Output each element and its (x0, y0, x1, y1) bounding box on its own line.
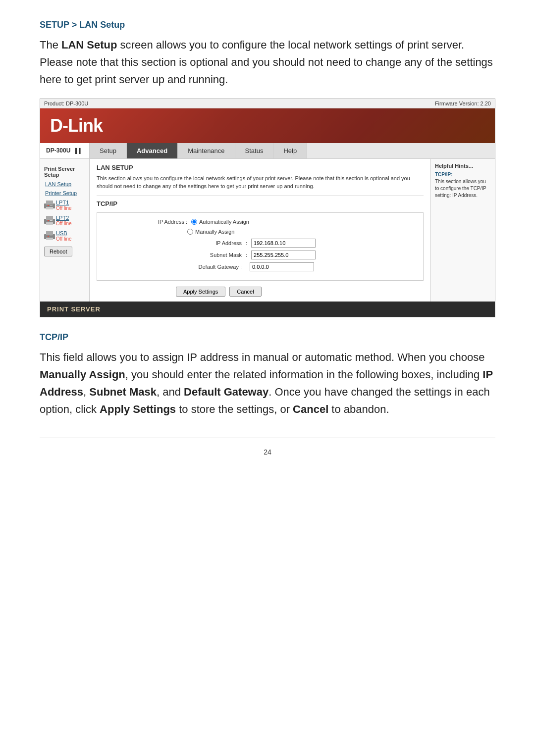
lpt2-status: LPT2 Off line (56, 215, 72, 226)
tab-setup[interactable]: Setup (90, 143, 127, 158)
auto-assign-radio[interactable] (191, 219, 197, 225)
svg-rect-6 (46, 216, 53, 220)
manual-assign-option[interactable]: Manually Assign (187, 229, 235, 235)
lpt2-name[interactable]: LPT2 (56, 215, 72, 221)
svg-rect-4 (50, 205, 53, 205)
apply-settings-button[interactable]: Apply Settings (176, 287, 225, 297)
tcp-body-6: to store the settings, or (176, 403, 293, 415)
ip-address-label: IP Address : (133, 219, 187, 225)
page-number: 24 (264, 448, 271, 456)
tcp-cancel-bold: Cancel (293, 403, 328, 415)
right-hints: Helpful Hints... TCP/IP: This section al… (430, 159, 495, 302)
device-frame: Product: DP-300U Firmware Version: 2.20 … (40, 99, 495, 317)
device-label-text: DP-300U (46, 147, 70, 154)
svg-rect-9 (50, 220, 53, 221)
gateway-row: Default Gateway : (103, 262, 417, 271)
auto-assign-option[interactable]: Automatically Assign (191, 219, 249, 225)
intro-bold: LAN Setup (61, 39, 117, 51)
logo-text: D-Link (50, 115, 103, 136)
button-row: Apply Settings Cancel (97, 287, 424, 297)
intro-section: SETUP > LAN Setup The LAN Setup screen a… (40, 20, 495, 89)
tcp-body-1: This field allows you to assign IP addre… (40, 351, 484, 363)
intro-text: The LAN Setup screen allows you to confi… (40, 36, 495, 89)
tab-status[interactable]: Status (235, 143, 274, 158)
section-title: SETUP > LAN Setup (40, 20, 495, 30)
product-label: Product: DP-300U (44, 101, 88, 106)
firmware-label: Firmware Version: 2.20 (435, 101, 491, 106)
form-container: IP Address : Automatically Assign Manual… (97, 212, 424, 281)
signal-icon: ▐▐ (73, 148, 80, 153)
nav-bar: DP-300U ▐▐ Setup Advanced Maintenance St… (40, 143, 495, 159)
gateway-label: Default Gateway : (187, 264, 242, 270)
gateway-input[interactable] (250, 262, 314, 271)
tcp-body-7: to abandon. (328, 403, 389, 415)
manual-assign-label: Manually Assign (195, 229, 235, 235)
subnet-label: Subnet Mask (187, 252, 242, 258)
svg-rect-12 (46, 238, 53, 240)
manual-assign-row: Manually Assign (103, 229, 417, 235)
svg-rect-3 (48, 205, 49, 206)
printer-icon-lpt1 (43, 200, 56, 210)
hints-text: This section allows you to configure the… (435, 178, 491, 199)
lpt1-name[interactable]: LPT1 (56, 200, 72, 205)
tcp-body-4: , and (157, 386, 184, 398)
left-sidebar: Print Server Setup LAN Setup Printer Set… (40, 159, 90, 302)
sidebar-item-lan[interactable]: LAN Setup (40, 180, 89, 189)
device-item-usb: USB Off line (40, 228, 89, 244)
manual-assign-radio[interactable] (187, 229, 193, 235)
lpt2-offline: Off line (56, 221, 72, 226)
svg-rect-8 (48, 220, 49, 221)
svg-rect-7 (46, 222, 53, 225)
ip-field-label: IP Address (187, 240, 242, 246)
svg-rect-2 (46, 207, 53, 209)
tab-advanced[interactable]: Advanced (127, 143, 178, 158)
printer-icon-lpt2 (43, 215, 56, 226)
tcp-body-3: , (83, 386, 89, 398)
svg-rect-13 (48, 236, 49, 237)
usb-offline: Off line (56, 236, 72, 242)
device-top-bar: Product: DP-300U Firmware Version: 2.20 (40, 99, 495, 108)
center-content: LAN SETUP This section allows you to con… (90, 159, 430, 302)
device-item-lpt1: LPT1 Off line (40, 198, 89, 213)
intro-text-part1: The (40, 39, 61, 51)
ip-address-input[interactable] (251, 239, 316, 248)
auto-assign-row: IP Address : Automatically Assign (103, 219, 417, 225)
subnet-input[interactable] (251, 251, 316, 259)
tcp-apply-bold: Apply Settings (100, 403, 176, 415)
usb-name[interactable]: USB (56, 230, 72, 236)
ip-address-row: IP Address : (103, 239, 417, 248)
cancel-button[interactable]: Cancel (229, 287, 261, 297)
nav-device-label: DP-300U ▐▐ (40, 143, 90, 158)
dlink-logo: D-Link (50, 115, 103, 136)
tcp-body: This field allows you to assign IP addre… (40, 349, 495, 418)
sidebar-item-printer[interactable]: Printer Setup (40, 189, 89, 198)
printer-icon-usb (43, 230, 56, 241)
lpt1-status: LPT1 Off line (56, 200, 72, 211)
tcp-gateway-bold: Default Gateway (184, 386, 268, 398)
reboot-button[interactable]: Reboot (44, 247, 72, 256)
svg-rect-14 (50, 236, 53, 236)
tcp-ip-title: TCP/IP (97, 196, 424, 207)
tcp-manually-assign: Manually Assign (40, 368, 125, 381)
auto-assign-label: Automatically Assign (199, 219, 249, 225)
tab-help[interactable]: Help (273, 143, 307, 158)
tcp-subnet-bold: Subnet Mask (89, 386, 157, 398)
device-footer: PRINT SERVER (40, 302, 495, 317)
tab-maintenance[interactable]: Maintenance (178, 143, 235, 158)
tcp-title: TCP/IP (40, 332, 495, 343)
logo-bar: D-Link (40, 108, 495, 143)
svg-rect-11 (46, 231, 53, 235)
hints-title: Helpful Hints... (435, 163, 491, 169)
lpt1-offline: Off line (56, 205, 72, 211)
usb-status: USB Off line (56, 230, 72, 242)
svg-rect-1 (46, 201, 53, 204)
lan-setup-desc: This section allows you to configure the… (97, 174, 424, 191)
hints-section-title: TCP/IP: (435, 172, 491, 177)
device-item-lpt2: LPT2 Off line (40, 213, 89, 228)
device-main: Print Server Setup LAN Setup Printer Set… (40, 159, 495, 302)
tcp-section: TCP/IP This field allows you to assign I… (40, 332, 495, 418)
tcp-body-2: , you should enter the related informati… (125, 368, 483, 381)
page-footer: 24 (40, 438, 495, 461)
sidebar-section-title: Print Server Setup (40, 163, 89, 180)
subnet-row: Subnet Mask : (103, 251, 417, 259)
